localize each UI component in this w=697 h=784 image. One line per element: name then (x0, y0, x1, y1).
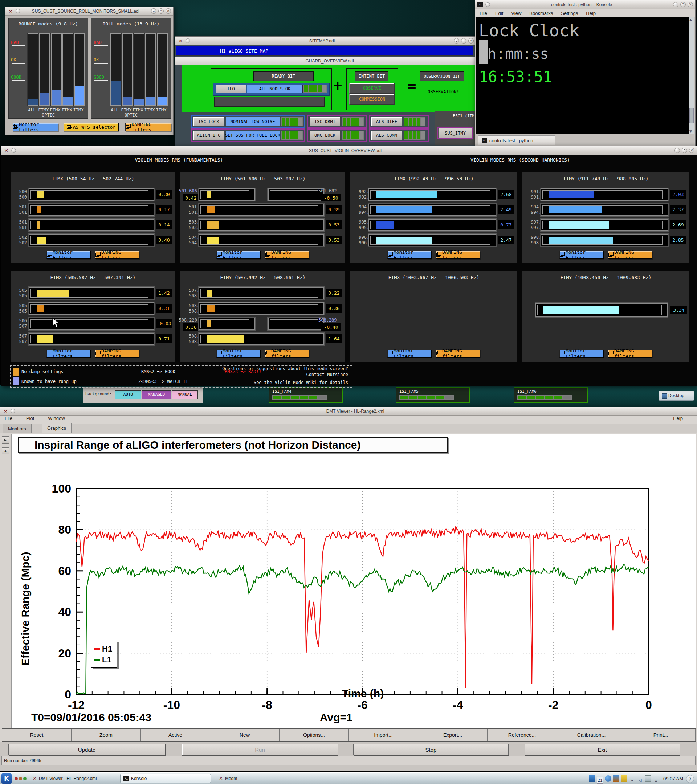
menu-item-file[interactable]: File (479, 10, 487, 16)
tab-monitors[interactable]: Monitors (3, 424, 31, 433)
terminal-area[interactable]: Lock Clockhh:mm:ss16:53:51 (476, 17, 689, 134)
pager-dot-1[interactable] (15, 777, 18, 781)
managed-button[interactable]: MANAGED (142, 390, 171, 399)
titlebar[interactable]: ✕ SITEMAP.adl ⌄ ⌃ ✕ (175, 37, 476, 45)
titlebar[interactable]: ✕ DMT Viewer - HL-Range2.xml (0, 407, 697, 416)
damping-filters-button[interactable]: DAMPING filters (265, 251, 309, 259)
damping-filters-button[interactable]: DAMPING filters (95, 251, 139, 259)
active-button[interactable]: Active (141, 729, 210, 741)
window-menu-button[interactable] (10, 409, 15, 413)
damping-filters-button[interactable]: DAMPING filters (265, 349, 309, 357)
menu-item-settings[interactable]: Settings (561, 10, 578, 16)
observe-button[interactable]: OBSERVE (349, 83, 395, 94)
ifo-button[interactable]: IFO (216, 84, 246, 93)
menu-item-view[interactable]: View (511, 10, 521, 16)
terminal-scrollbar[interactable]: ▲ ▼ (689, 17, 694, 134)
monitor-icon[interactable] (645, 775, 651, 782)
monitor-filters-button[interactable]: Monitor Filters (13, 123, 58, 131)
titlebar[interactable]: ✕ SUS_CUST_VIOLIN_OVERVIEW.adl ⌄ ⌃ ✕ (1, 146, 697, 155)
as-wfs-selector-button[interactable]: AS WFS selector (64, 123, 119, 131)
print-button[interactable]: Print... (626, 729, 695, 741)
commission-button[interactable]: COMMISSION (349, 94, 395, 105)
monitor-filters-button[interactable]: Monitor Filters (559, 251, 604, 259)
node-button[interactable]: ALS_DIFF (371, 117, 402, 126)
scroll-up-icon[interactable]: ▲ (689, 18, 692, 21)
import-button[interactable]: Import... (349, 729, 418, 741)
tab-graphics[interactable]: Graphics (42, 423, 71, 433)
monitor-filters-button[interactable]: Monitor Filters (387, 251, 432, 259)
monitor-filters-button[interactable]: Monitor Filters (387, 349, 432, 357)
sus-itmy-button[interactable]: SUS_ITMY (438, 128, 472, 138)
kde-menu-button[interactable]: K (2, 774, 12, 784)
maximize-icon[interactable]: ⌃ (461, 38, 466, 44)
menu-item-file[interactable]: File (5, 416, 12, 421)
titlebar[interactable]: ✕ SUS_CUST_BOUNCE_ROLL_MONITORS_SMALL.ad… (5, 7, 173, 16)
menu-item-help[interactable]: Help (673, 416, 683, 421)
auto-button[interactable]: AUTO (115, 390, 141, 399)
menu-item-bookmarks[interactable]: Bookmarks (529, 10, 553, 16)
window-menu-button[interactable] (11, 148, 16, 153)
volume-icon[interactable]: ◁ (637, 777, 643, 784)
clock-tray-icon[interactable]: 21 (597, 777, 603, 784)
panel-hide-chevron[interactable]: ❯ (686, 775, 694, 783)
window-menu-button[interactable] (16, 9, 20, 13)
pager-dot-2[interactable] (19, 777, 22, 781)
taskbar-item-1[interactable]: ✕DMT Viewer - HL-Range2.xml (30, 774, 115, 783)
damping-filters-button[interactable]: DAMPING filters (608, 251, 653, 259)
taskbar-item-2[interactable]: >_Konsole (120, 774, 211, 783)
konsole-tab[interactable]: >_ controls-test : python (478, 135, 555, 145)
stop-button[interactable]: Stop (353, 744, 509, 755)
monitor-filters-button[interactable]: Monitor Filters (46, 251, 91, 259)
damping-filters-button[interactable]: DAMPING filters (95, 349, 139, 357)
damping-filters-button[interactable]: DAMPING filters (436, 349, 480, 357)
monitor-filters-button[interactable]: Monitor Filters (559, 349, 604, 357)
window-menu-button[interactable] (186, 38, 190, 43)
exit-button[interactable]: Exit (524, 744, 680, 755)
manual-button[interactable]: MANUAL (172, 390, 198, 399)
damping-filters-button[interactable]: DAMPING filters (436, 251, 480, 259)
node-button[interactable]: ISC_DRMI (309, 117, 341, 126)
node-state-field[interactable]: SET_SUS_FOR_FULL_LOCK (226, 131, 280, 140)
eject-icon[interactable]: ▵ (653, 777, 659, 784)
run-button[interactable]: Run (182, 744, 338, 755)
taskbar-item-3[interactable]: ✕Medm (216, 774, 260, 783)
pager-dot-3[interactable] (23, 777, 26, 781)
reference-button[interactable]: Reference... (488, 729, 557, 741)
notes-icon[interactable] (621, 775, 627, 782)
menu-item-window[interactable]: Window (48, 416, 64, 421)
close-icon[interactable]: ✕ (166, 8, 171, 14)
node-state-field[interactable]: NOMINAL_LOW_NOISE (226, 117, 280, 126)
minimize-icon[interactable]: ⌄ (674, 148, 680, 153)
node-button[interactable]: ALIGN_IFO (193, 131, 224, 140)
close-icon[interactable]: ✕ (687, 2, 693, 7)
close-icon[interactable]: ✕ (468, 38, 474, 44)
maximize-icon[interactable]: ⌃ (680, 2, 686, 7)
node-button[interactable]: ISC_LOCK (193, 117, 224, 126)
monitor-filters-button[interactable]: Monitor Filters (216, 349, 260, 357)
maximize-icon[interactable]: ⌃ (158, 8, 164, 14)
calibration-button[interactable]: Calibration... (557, 729, 626, 741)
update-button[interactable]: Update (8, 744, 165, 755)
security-shield-icon[interactable] (613, 775, 619, 782)
damping-filters-button[interactable]: DAMPING filters (125, 123, 171, 131)
minimize-icon[interactable]: ⌄ (454, 38, 459, 44)
guard-titlebar[interactable]: GUARD_OVERVIEW.adl (175, 57, 484, 65)
reset-button[interactable]: Reset (2, 729, 71, 741)
display-settings-icon[interactable] (589, 775, 595, 782)
menu-item-plot[interactable]: Plot (26, 416, 34, 421)
network-icon[interactable] (605, 775, 611, 782)
options-button[interactable]: Options... (280, 729, 349, 741)
node-button[interactable]: ALS_COMM (371, 131, 402, 140)
scroll-down-icon[interactable]: ▼ (689, 130, 692, 133)
ifo-state-field[interactable]: ALL_NODES_OK (247, 84, 303, 93)
window-menu-button[interactable] (485, 2, 490, 7)
export-button[interactable]: Export... (418, 729, 488, 741)
new-button[interactable]: New (210, 729, 280, 741)
monitor-filters-button[interactable]: Monitor Filters (46, 349, 91, 357)
node-button[interactable]: OMC_LOCK (309, 131, 341, 140)
zoom-button[interactable]: Zoom (71, 729, 141, 741)
klipper-scissors-icon[interactable]: ✂ (629, 777, 635, 784)
close-icon[interactable]: ✕ (689, 148, 694, 153)
menu-item-edit[interactable]: Edit (495, 10, 503, 16)
minimize-icon[interactable]: ⌄ (673, 2, 679, 7)
